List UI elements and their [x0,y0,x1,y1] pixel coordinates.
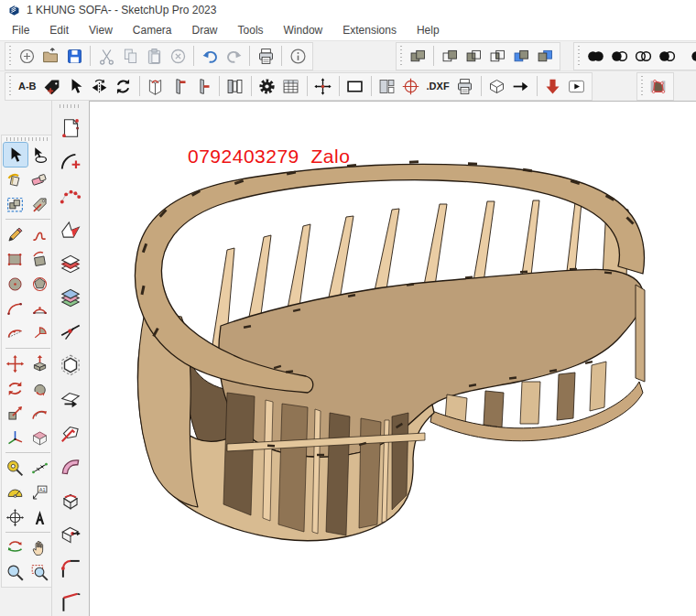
select-button[interactable] [4,143,27,167]
rotated-rect-button[interactable] [28,247,52,271]
print2-button[interactable] [453,74,477,98]
panel-columns-button[interactable] [223,74,247,98]
red-down-button[interactable] [541,74,565,98]
toolbar-grip[interactable] [640,76,644,96]
zoom-window-button[interactable] [28,560,52,584]
grid-table-button[interactable] [279,74,303,98]
p-box-dot-arrow-button[interactable] [57,521,84,548]
solid-split-button[interactable] [533,44,557,68]
p-shape-arrow-button[interactable] [57,385,84,413]
red-trapezoid-button[interactable] [647,74,670,98]
ab-button[interactable]: A-B [15,74,40,98]
p-bezier-button[interactable] [57,182,84,210]
venn-left-button[interactable] [655,44,679,68]
venn-union-button[interactable] [583,44,607,68]
text-3d-button[interactable] [28,505,52,529]
p-arc-plus-button[interactable] [57,148,84,176]
p-layers-color-button[interactable] [57,284,84,311]
play-button[interactable] [565,74,589,98]
solid-intersect-button[interactable] [438,44,462,68]
red-crosshair-button[interactable] [399,74,423,98]
section-plane-button[interactable] [28,426,52,449]
toolbar-grip[interactable] [8,76,12,96]
p-pipe-button[interactable] [57,453,84,481]
solid-subtract-button[interactable] [485,44,509,68]
arc-3pt-button[interactable] [4,321,27,345]
delete-button[interactable] [166,44,190,68]
position-camera-button[interactable] [4,505,27,529]
menu-item-window[interactable]: Window [274,21,333,39]
arrow-right-button[interactable] [509,74,533,98]
pencil-button[interactable] [4,222,27,246]
copy-button[interactable] [118,44,142,68]
rect-tool-button[interactable] [4,247,27,271]
make-component-button[interactable] [4,192,27,216]
eraser-button[interactable] [28,168,52,191]
text-tool-button[interactable] [28,481,52,504]
box-3d-button[interactable] [485,74,509,98]
scale-tool-button[interactable] [4,401,27,425]
open-button[interactable] [38,44,62,68]
p-unfold-button[interactable] [57,216,84,243]
axes-tool-button[interactable] [4,426,27,449]
p-hexagon-button[interactable] [57,351,84,379]
tag-pen-button[interactable] [28,192,52,216]
p-layers-red-button[interactable] [57,250,84,277]
info-button[interactable] [286,44,310,68]
move-cross-button[interactable] [311,74,335,98]
joint-mid-button[interactable] [191,74,215,98]
rect-outline-button[interactable] [343,74,367,98]
tag-plus-button[interactable] [40,74,64,98]
menu-item-tools[interactable]: Tools [228,21,274,39]
sync-rotate-button[interactable] [112,74,136,98]
arc-2pt-button[interactable] [28,297,52,320]
joint-end-button[interactable] [168,74,191,98]
protractor-button[interactable] [4,481,27,504]
freehand-button[interactable] [28,222,52,246]
zoom-button[interactable] [4,560,27,584]
p-line-x-button[interactable] [57,318,84,345]
new-button[interactable] [15,44,38,68]
drawing-viewport[interactable]: 0792403279 Zalo [89,101,696,616]
cursor-button[interactable] [64,74,88,98]
p-corner-line-button[interactable] [57,589,84,616]
lasso-button[interactable] [28,143,52,167]
toolbar-grip[interactable] [399,46,403,66]
pie-tool-button[interactable] [28,321,52,345]
solid-shell-button[interactable] [406,44,430,68]
print-button[interactable] [254,44,277,68]
venn-cut-button[interactable] [679,44,696,68]
orbit-button[interactable] [4,535,27,559]
menu-item-view[interactable]: View [79,21,123,39]
tape-measure-button[interactable] [4,456,27,480]
offset-tool-button[interactable] [28,401,52,425]
menu-item-help[interactable]: Help [407,21,450,39]
p-corner-curve-button[interactable] [57,555,84,582]
toolbar-grip[interactable] [6,137,49,141]
gear-button[interactable] [256,74,279,98]
push-pull-button[interactable] [28,351,52,375]
p-shape-pencil-button[interactable] [57,419,84,447]
flip-button[interactable] [88,74,112,98]
layout-rects-button[interactable] [375,74,399,98]
venn-outline-button[interactable] [631,44,655,68]
menu-item-camera[interactable]: Camera [123,21,182,39]
dimension-button[interactable] [28,456,52,480]
menu-item-extensions[interactable]: Extensions [332,21,407,39]
menu-item-file[interactable]: File [2,21,39,39]
rotate-tool-button[interactable] [4,376,27,400]
menu-item-edit[interactable]: Edit [39,21,79,39]
menu-item-draw[interactable]: Draw [182,21,228,39]
paste-button[interactable] [142,44,166,68]
pan-button[interactable] [28,535,52,559]
toolbar-grip[interactable] [8,46,12,66]
fold-book-button[interactable] [144,74,168,98]
redo-button[interactable] [222,44,245,68]
venn-subtract-button[interactable] [607,44,631,68]
bucket-button[interactable] [4,168,27,191]
toolbar-grip[interactable] [577,46,581,66]
dxf-button[interactable]: .DXF [423,74,453,98]
toolbar-grip[interactable] [60,104,82,108]
polygon-tool-button[interactable] [28,272,52,296]
p-page-button[interactable] [57,114,84,142]
